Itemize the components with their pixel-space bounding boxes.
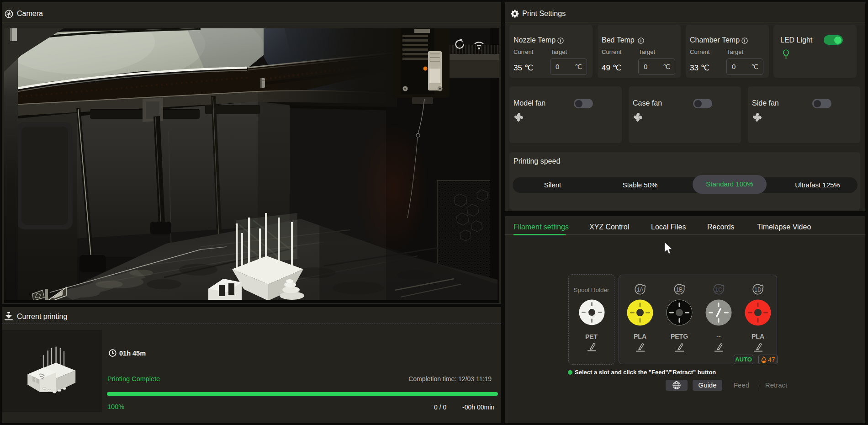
- svg-text:1A: 1A: [637, 287, 644, 293]
- svg-text:1D: 1D: [754, 287, 762, 293]
- svg-text:1C: 1C: [715, 287, 722, 293]
- svg-text:1B: 1B: [676, 287, 683, 293]
